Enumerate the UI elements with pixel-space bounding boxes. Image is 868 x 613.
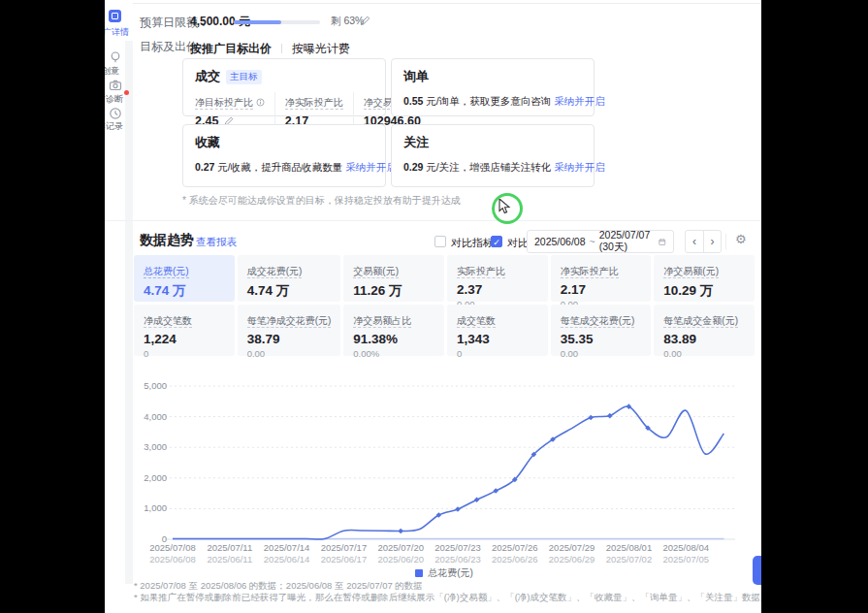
- floating-side-button[interactable]: [753, 556, 761, 585]
- favorite-desc: 元/收藏，提升商品收藏数量: [217, 161, 342, 173]
- metric-card-10[interactable]: 成交笔数1,3430: [447, 305, 548, 356]
- metrics-grid: 总花费(元)4.74 万0.00成交花费(元)4.74 万0.00交易额(元)1…: [134, 255, 755, 356]
- date-end: 2025/07/07 (30天): [599, 229, 656, 254]
- section-divider: [105, 220, 761, 221]
- inquiry-price: 0.55: [403, 95, 423, 107]
- x-axis-compare-tick: 2025/07/02: [606, 554, 653, 565]
- left-nav-rail: 广详情 创意 广诊断 作记录: [105, 0, 133, 613]
- stat-label: 净实际投产比: [285, 97, 343, 110]
- stat-label: 净目标投产比: [195, 97, 253, 110]
- favorite-price: 0.27: [195, 161, 214, 173]
- metric-compare-value: 0.00: [247, 348, 332, 359]
- x-axis-tick: 2025/07/20: [377, 542, 424, 553]
- metric-card-2[interactable]: 成交花费(元)4.74 万0.00: [238, 255, 341, 302]
- metric-card-4[interactable]: 实际投产比2.370.00: [447, 255, 548, 302]
- metric-value: 38.79: [247, 332, 332, 346]
- compare-metric-label[interactable]: 对比指标: [451, 236, 494, 250]
- metric-card-3[interactable]: 交易额(元)11.26 万0.00: [343, 255, 444, 302]
- metric-compare-value: 0.00%: [353, 348, 434, 359]
- x-axis-tick: 2025/07/11: [207, 542, 252, 553]
- metric-card-5[interactable]: 净实际投产比2.170.00: [551, 255, 652, 302]
- adopt-enable-link[interactable]: 采纳并开启: [345, 161, 397, 173]
- trend-line-chart[interactable]: 01,0002,0003,0004,0005,0002025/07/082025…: [134, 376, 755, 566]
- follow-desc: 元/关注，增强店铺关注转化: [426, 161, 551, 173]
- metric-card-12[interactable]: 每笔成交金额(元)83.890.00: [654, 305, 755, 356]
- metric-card-8[interactable]: 每笔净成交花费(元)38.790.00: [238, 305, 341, 356]
- compare-metric-checkbox[interactable]: [434, 236, 446, 247]
- metric-card-1[interactable]: 总花费(元)4.74 万0.00: [134, 255, 235, 302]
- x-axis-compare-tick: 2025/06/26: [492, 554, 538, 565]
- metric-value: 1,343: [457, 332, 538, 346]
- x-axis-compare-tick: 2025/06/11: [207, 554, 252, 565]
- metric-card-7[interactable]: 净成交笔数1,2240: [134, 305, 235, 356]
- bid-mode-by-impression[interactable]: 按曝光计费: [292, 42, 350, 55]
- data-point-marker[interactable]: [607, 413, 613, 419]
- next-period-button[interactable]: ›: [703, 231, 721, 252]
- bid-mode-by-goal[interactable]: 按推广目标出价: [190, 42, 272, 55]
- metric-value: 11.26 万: [353, 282, 434, 300]
- mouse-cursor: [498, 199, 511, 214]
- follow-card-title: 关注: [403, 134, 429, 151]
- info-icon[interactable]: [256, 98, 265, 107]
- idea-icon[interactable]: [109, 50, 122, 64]
- legend-label: 总花费(元): [428, 567, 473, 578]
- goal-card-favorite: 收藏 0.27 元/收藏，提升商品收藏数量 采纳并开启: [182, 124, 386, 187]
- stat-net-target-roi: 净目标投产比 2.45: [195, 92, 274, 128]
- primary-goal-badge: 主目标: [226, 70, 262, 84]
- prev-period-button[interactable]: ‹: [686, 231, 703, 252]
- goal-card-deal: 成交主目标 净目标投产比 2.45 净实际投产比 2.17 净交易额(元) 10…: [182, 58, 386, 116]
- nav-item-campaign-detail[interactable]: 广详情: [105, 26, 129, 39]
- nav-item-creative[interactable]: 创意: [105, 65, 119, 78]
- compare-time-checkbox[interactable]: ✓: [491, 236, 502, 247]
- adopt-enable-link[interactable]: 采纳并开启: [554, 161, 605, 173]
- data-point-marker[interactable]: [398, 529, 403, 534]
- adopt-enable-link[interactable]: 采纳并开启: [554, 95, 605, 107]
- diagnose-icon[interactable]: [109, 79, 122, 92]
- metric-label: 实际投产比: [457, 266, 505, 278]
- x-axis-tick: 2025/07/26: [492, 542, 538, 553]
- rail-panel-edge: [125, 41, 133, 584]
- footnote-disclaimer: * 如果推广在暂停或删除前已经获得了曝光，那么在暂停或删除后继续展示「(净)交易…: [134, 592, 761, 604]
- metric-label: 净交易额(元): [663, 266, 719, 278]
- option-divider: [281, 44, 282, 53]
- metric-compare-value: 0: [457, 348, 538, 359]
- data-point-marker[interactable]: [588, 415, 594, 421]
- stat-net-actual-roi: 净实际投产比 2.17: [274, 92, 353, 128]
- nav-item-diagnose[interactable]: 广诊断: [105, 93, 123, 106]
- edit-budget-icon[interactable]: [360, 16, 370, 26]
- settings-gear-icon[interactable]: ⚙: [735, 232, 747, 246]
- metric-label: 净交易额占比: [353, 315, 411, 328]
- inquiry-card-title: 询单: [403, 68, 429, 85]
- metric-label: 每笔净成交花费(元): [247, 315, 332, 328]
- data-point-marker[interactable]: [455, 506, 461, 512]
- data-point-marker[interactable]: [493, 488, 498, 494]
- notification-dot: [124, 90, 129, 95]
- date-range-picker[interactable]: 2025/06/08 ~ 2025/07/07 (30天): [527, 230, 674, 253]
- metric-card-6[interactable]: 净交易额(元)10.29 万0.00: [654, 255, 755, 302]
- metric-label: 成交花费(元): [247, 266, 303, 278]
- data-point-marker[interactable]: [474, 497, 480, 502]
- metric-value: 4.74 万: [247, 282, 332, 300]
- metric-card-11[interactable]: 每笔成交花费(元)35.350.00: [551, 305, 652, 356]
- history-icon[interactable]: [109, 107, 122, 120]
- y-axis-tick: 3,000: [144, 441, 167, 452]
- metric-value: 4.74 万: [144, 282, 225, 300]
- metric-value: 35.35: [561, 332, 642, 346]
- metric-compare-value: 0.00: [663, 348, 745, 359]
- date-pager: ‹ ›: [685, 230, 722, 253]
- view-report-link[interactable]: 查看报表: [196, 236, 237, 249]
- campaign-detail-icon[interactable]: [109, 10, 121, 22]
- x-axis-compare-tick: 2025/06/08: [149, 554, 196, 565]
- metric-label: 净成交笔数: [144, 315, 192, 328]
- metric-label: 交易额(元): [353, 266, 399, 278]
- y-axis-tick: 1,000: [144, 502, 167, 513]
- metric-compare-value: 0.00: [561, 348, 642, 359]
- chart-legend[interactable]: 总花费(元): [134, 566, 755, 580]
- nav-item-records[interactable]: 作记录: [105, 120, 123, 133]
- x-axis-tick: 2025/08/04: [662, 542, 709, 553]
- metric-card-9[interactable]: 净交易额占比91.38%0.00%: [343, 305, 444, 356]
- x-axis-compare-tick: 2025/06/20: [377, 554, 424, 565]
- y-axis-tick: 2,000: [144, 472, 167, 483]
- metric-value: 10.29 万: [663, 282, 745, 300]
- date-separator: ~: [590, 236, 595, 247]
